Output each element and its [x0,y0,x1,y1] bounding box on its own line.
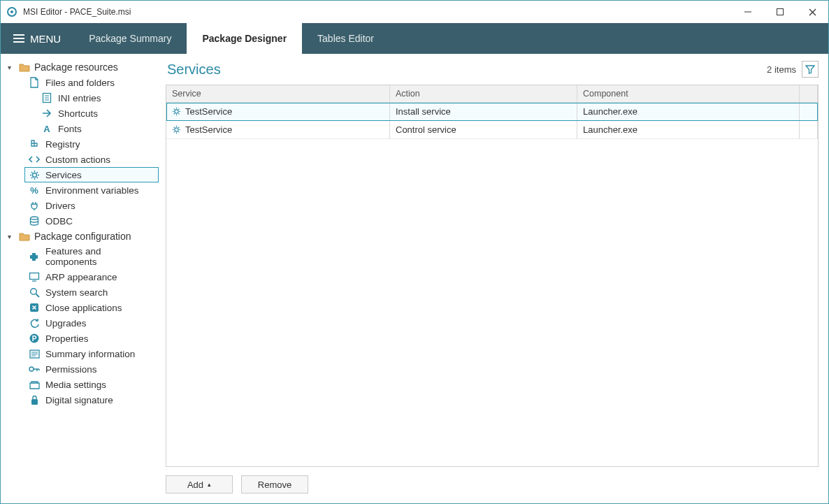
sidebar-item-arp[interactable]: ARP appearance [24,269,159,285]
sidebar: ▾ Package resources Files and folders IN… [1,54,163,503]
grid-body: TestService Install service Launcher.exe… [166,103,818,466]
sidebar-item-label: System search [45,287,108,298]
sidebar-item-close-apps[interactable]: Close applications [24,300,159,315]
menu-label: MENU [30,33,61,45]
svg-point-25 [175,110,178,113]
sidebar-item-system-search[interactable]: System search [24,285,159,300]
sidebar-item-label: INI entries [58,93,101,103]
svg-point-26 [175,128,178,131]
sidebar-item-drivers[interactable]: Drivers [24,198,159,213]
table-row[interactable]: TestService Install service Launcher.exe [166,103,818,121]
sidebar-item-custom-actions[interactable]: Custom actions [24,152,159,167]
media-icon [29,379,40,390]
code-icon [29,154,40,165]
cell-component: Launcher.exe [583,124,637,135]
sidebar-item-label: Media settings [45,380,106,390]
sidebar-item-ini-entries[interactable]: INI entries [37,90,159,106]
svg-rect-3 [777,9,784,15]
add-button[interactable]: Add ▴ [166,475,233,494]
folder-icon [19,62,30,72]
column-header-service[interactable]: Service [166,85,390,102]
close-button[interactable] [796,1,828,23]
filter-icon [805,64,815,74]
close-icon [29,302,40,313]
folder-icon [19,231,30,241]
column-header-component[interactable]: Component [577,85,800,102]
sidebar-item-env-vars[interactable]: % Environment variables [24,182,159,198]
sidebar-item-files-folders[interactable]: Files and folders [24,75,159,90]
plug-icon [29,200,40,211]
sidebar-item-label: Drivers [45,201,75,211]
remove-button[interactable]: Remove [241,475,308,494]
tree-group-configuration[interactable]: ▾ Package configuration [8,229,159,244]
minimize-button[interactable] [732,1,764,23]
font-icon: A [41,123,52,134]
gear-icon [172,107,181,116]
sidebar-item-label: ODBC [45,216,73,226]
item-count: 2 items [767,64,796,75]
action-buttons: Add ▴ Remove [166,467,819,494]
key-icon [29,363,40,375]
tab-package-designer[interactable]: Package Designer [187,23,302,54]
sidebar-item-permissions[interactable]: Permissions [24,361,159,377]
file-icon [29,77,40,88]
sidebar-item-upgrades[interactable]: Upgrades [24,315,159,331]
table-row[interactable]: TestService Control service Launcher.exe [166,121,818,139]
main-area: Services 2 items Service Action Componen… [163,54,828,503]
sidebar-item-features[interactable]: Features and components [24,244,159,269]
sidebar-item-odbc[interactable]: ODBC [24,213,159,229]
column-header-action[interactable]: Action [390,85,577,102]
gear-icon [172,125,181,134]
cell-action: Control service [396,124,456,135]
svg-point-23 [29,367,34,371]
sidebar-item-summary-info[interactable]: Summary information [24,346,159,361]
tree-group-label: Package resources [34,62,118,73]
services-grid: Service Action Component TestService Ins… [166,85,819,467]
sidebar-item-label: Registry [45,139,80,150]
percent-icon: % [29,185,40,196]
menu-button[interactable]: MENU [1,23,73,54]
search-icon [29,287,40,298]
svg-rect-24 [31,399,38,405]
sidebar-item-fonts[interactable]: A Fonts [37,121,159,136]
chevron-down-icon: ▾ [8,233,15,240]
sidebar-item-media[interactable]: Media settings [24,377,159,392]
sidebar-item-label: Summary information [45,349,135,359]
sidebar-item-label: Permissions [45,364,97,375]
remove-button-label: Remove [258,480,291,490]
tab-package-summary[interactable]: Package Summary [73,23,187,54]
sidebar-item-label: Features and components [45,246,154,267]
lock-icon [29,394,40,405]
page-title: Services [167,62,221,78]
ini-icon [41,92,52,103]
database-icon [29,215,40,226]
svg-text:P: P [32,335,37,343]
sidebar-item-label: Shortcuts [58,108,98,119]
sidebar-item-registry[interactable]: Registry [24,136,159,152]
sidebar-item-label: Fonts [58,124,82,134]
p-icon: P [29,333,40,344]
hamburger-icon [13,34,24,43]
sidebar-item-label: Digital signature [45,395,113,405]
svg-point-14 [30,288,36,294]
sidebar-item-label: ARP appearance [45,272,117,282]
filter-button[interactable] [802,61,819,78]
window-title: MSI Editor - PACE_Suite.msi [23,7,131,17]
sidebar-item-services[interactable]: Services [24,167,159,182]
registry-icon [29,138,40,150]
svg-point-1 [10,10,13,13]
page-header: Services 2 items [166,58,819,85]
shortcut-icon [41,108,52,119]
maximize-button[interactable] [764,1,796,23]
refresh-icon [29,317,40,329]
add-button-label: Add [187,480,203,490]
column-header-pad [800,85,818,102]
tab-tables-editor[interactable]: Tables Editor [302,23,389,54]
sidebar-item-shortcuts[interactable]: Shortcuts [37,106,159,121]
tree-group-label: Package configuration [34,231,131,242]
sidebar-item-properties[interactable]: P Properties [24,331,159,346]
svg-line-15 [36,294,39,297]
svg-point-10 [32,173,36,177]
tree-group-resources[interactable]: ▾ Package resources [8,59,159,75]
sidebar-item-digital-signature[interactable]: Digital signature [24,392,159,408]
